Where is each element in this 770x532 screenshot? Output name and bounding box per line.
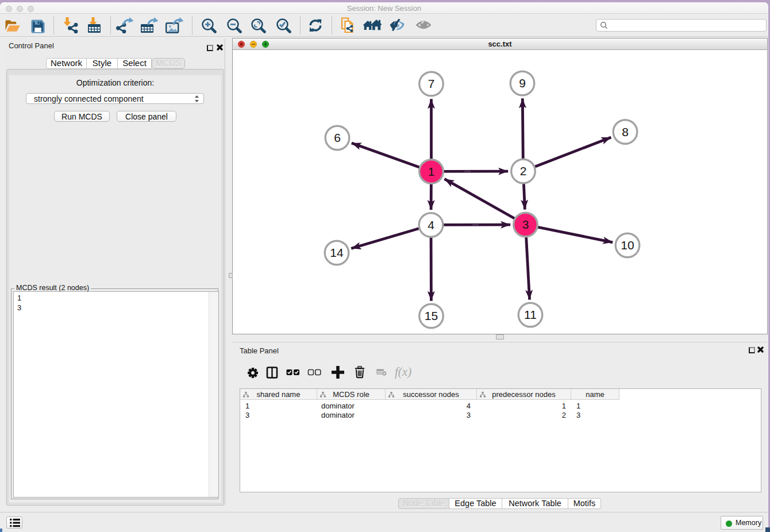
svg-text:8: 8 — [622, 125, 629, 138]
svg-text:3: 3 — [522, 218, 529, 231]
svg-text:15: 15 — [425, 309, 438, 322]
svg-text:11: 11 — [524, 308, 537, 321]
svg-text:2: 2 — [520, 164, 527, 178]
svg-text:4: 4 — [428, 218, 434, 232]
svg-text:1: 1 — [428, 165, 435, 178]
svg-text:7: 7 — [428, 77, 435, 90]
svg-text:6: 6 — [334, 131, 341, 144]
svg-text:14: 14 — [330, 246, 344, 259]
svg-text:9: 9 — [519, 76, 526, 90]
svg-text:10: 10 — [621, 238, 634, 252]
